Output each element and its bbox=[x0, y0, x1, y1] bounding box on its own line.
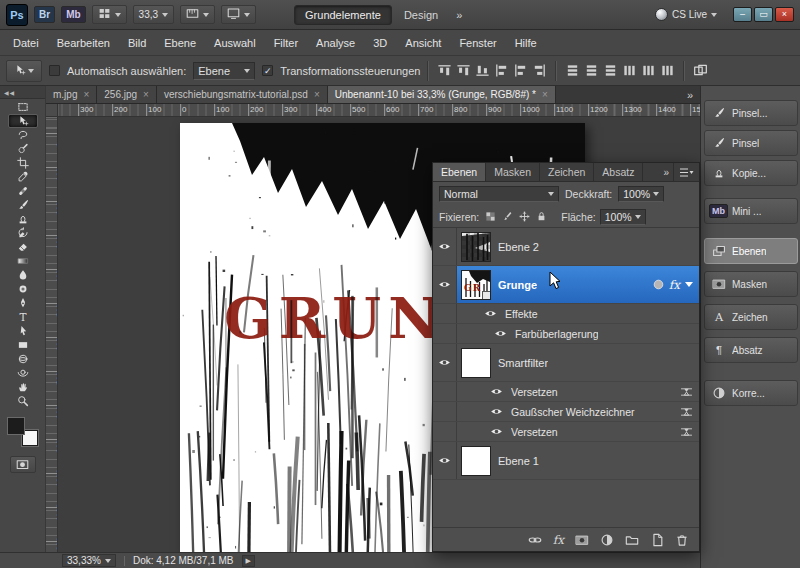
menu-fenster[interactable]: Fenster bbox=[450, 32, 505, 54]
filter-name[interactable]: Versetzen bbox=[511, 426, 558, 438]
layer-thumbnail[interactable]: GR bbox=[461, 270, 491, 300]
auto-align-layers-icon[interactable] bbox=[691, 62, 709, 79]
dock-button-mini[interactable]: MbMini ... bbox=[704, 198, 798, 224]
document-tab-256-jpg[interactable]: 256.jpg× bbox=[97, 86, 157, 103]
new-adjustment-layer-icon[interactable] bbox=[600, 533, 614, 547]
close-button[interactable]: × bbox=[775, 7, 794, 22]
visibility-toggle[interactable] bbox=[433, 442, 457, 479]
layer-row-effekte[interactable]: Effekte bbox=[433, 304, 699, 324]
dock-button-zeichen[interactable]: AZeichen bbox=[704, 304, 798, 330]
opacity-field[interactable]: 100% bbox=[618, 186, 664, 202]
layer-thumbnail[interactable] bbox=[461, 232, 491, 262]
quick-mask-button[interactable] bbox=[10, 456, 36, 473]
layer-row-ebene-2[interactable]: Ebene 2 bbox=[433, 228, 699, 266]
current-tool-button[interactable] bbox=[6, 60, 42, 82]
menu-ansicht[interactable]: Ansicht bbox=[396, 32, 450, 54]
layer-style-icon[interactable]: fx bbox=[553, 533, 564, 547]
bridge-button[interactable]: Br bbox=[34, 6, 55, 23]
layer-row-versetzen[interactable]: Versetzen bbox=[433, 382, 699, 402]
dock-button-pinsel[interactable]: Pinsel bbox=[704, 130, 798, 156]
foreground-color-swatch[interactable] bbox=[8, 418, 24, 434]
visibility-toggle[interactable] bbox=[433, 402, 457, 421]
show-transform-controls-checkbox[interactable]: ✓ bbox=[262, 65, 273, 76]
pen-tool[interactable] bbox=[8, 296, 38, 310]
layer-row-grunge[interactable]: GRGrungefx bbox=[433, 266, 699, 304]
layer-thumbnail[interactable] bbox=[461, 348, 491, 378]
brush-tool[interactable] bbox=[8, 198, 38, 212]
fill-field[interactable]: 100% bbox=[600, 209, 646, 225]
visibility-toggle[interactable] bbox=[489, 407, 504, 416]
zoom-field[interactable]: 33,33% bbox=[62, 554, 116, 567]
cs-live-button[interactable]: CS Live bbox=[651, 8, 721, 21]
spot-healing-brush-tool[interactable] bbox=[8, 184, 38, 198]
layer-row-ebene-1[interactable]: Ebene 1 bbox=[433, 442, 699, 480]
link-layers-icon[interactable] bbox=[528, 533, 542, 547]
tab-close-icon[interactable]: × bbox=[542, 89, 548, 100]
tab-close-icon[interactable]: × bbox=[314, 89, 320, 100]
align-bottom-edges-icon[interactable] bbox=[473, 62, 491, 79]
align-left-edges-icon[interactable] bbox=[492, 62, 510, 79]
filter-blend-options-icon[interactable] bbox=[680, 407, 699, 417]
layer-name[interactable]: Grunge bbox=[498, 279, 537, 291]
menu-bild[interactable]: Bild bbox=[119, 32, 155, 54]
horizontal-ruler[interactable]: 3002001000100200300400500600700800900100… bbox=[58, 104, 700, 117]
align-horizontal-centers-icon[interactable] bbox=[511, 62, 529, 79]
document-tab-verschiebungsmatrix-tutorial-psd[interactable]: verschiebungsmatrix-tutorial.psd× bbox=[157, 86, 328, 103]
gradient-tool[interactable] bbox=[8, 254, 38, 268]
layer-row-farb-berlagerung[interactable]: Farbüberlagerung bbox=[433, 324, 699, 344]
menu-auswahl[interactable]: Auswahl bbox=[205, 32, 265, 54]
align-top-edges-icon[interactable] bbox=[435, 62, 453, 79]
menu-analyse[interactable]: Analyse bbox=[307, 32, 364, 54]
rectangular-marquee-tool[interactable] bbox=[8, 100, 38, 114]
layer-name[interactable]: Smartfilter bbox=[498, 357, 548, 369]
workspace-overflow-button[interactable]: » bbox=[450, 6, 468, 24]
dock-button-absatz[interactable]: ¶Absatz bbox=[704, 337, 798, 363]
screen-mode-button[interactable] bbox=[221, 5, 256, 24]
layer-name[interactable]: Ebene 1 bbox=[498, 455, 539, 467]
move-tool[interactable] bbox=[8, 114, 38, 128]
lock-all-icon[interactable] bbox=[534, 209, 549, 224]
tabs-overflow-icon[interactable]: » bbox=[680, 86, 700, 103]
distribute-vertical-centers-icon[interactable] bbox=[582, 62, 600, 79]
collapse-effects-icon[interactable] bbox=[685, 282, 693, 287]
visibility-toggle[interactable] bbox=[493, 329, 508, 338]
visibility-toggle[interactable] bbox=[489, 387, 504, 396]
eraser-tool[interactable] bbox=[8, 240, 38, 254]
distribute-horizontal-centers-icon[interactable] bbox=[639, 62, 657, 79]
add-layer-mask-icon[interactable] bbox=[575, 533, 589, 547]
lock-pixels-icon[interactable] bbox=[500, 209, 515, 224]
layer-row-versetzen[interactable]: Versetzen bbox=[433, 422, 699, 442]
lock-transparency-icon[interactable] bbox=[483, 209, 498, 224]
visibility-toggle[interactable] bbox=[489, 427, 504, 436]
layer-row-smartfilter[interactable]: Smartfilter bbox=[433, 344, 699, 382]
crop-tool[interactable] bbox=[8, 156, 38, 170]
dock-button-korre[interactable]: Korre... bbox=[704, 380, 798, 406]
arrange-documents-button[interactable] bbox=[92, 5, 127, 24]
dock-button-pinsel[interactable]: Pinsel... bbox=[704, 100, 798, 126]
visibility-toggle[interactable] bbox=[433, 304, 457, 323]
distribute-right-edges-icon[interactable] bbox=[658, 62, 676, 79]
quick-selection-tool[interactable] bbox=[8, 142, 38, 156]
delete-layer-icon[interactable] bbox=[675, 533, 689, 547]
align-vertical-centers-icon[interactable] bbox=[454, 62, 472, 79]
panel-tab-zeichen[interactable]: Zeichen bbox=[540, 163, 594, 181]
workspace-grundelemente-button[interactable]: Grundelemente bbox=[294, 5, 392, 25]
history-brush-tool[interactable] bbox=[8, 226, 38, 240]
rectangle-tool[interactable] bbox=[8, 338, 38, 352]
visibility-toggle[interactable] bbox=[433, 422, 457, 441]
auto-select-mode-dropdown[interactable]: Ebene bbox=[193, 62, 255, 80]
menu-datei[interactable]: Datei bbox=[4, 32, 48, 54]
align-right-edges-icon[interactable] bbox=[530, 62, 548, 79]
blend-mode-dropdown[interactable]: Normal bbox=[439, 186, 559, 202]
visibility-toggle[interactable] bbox=[433, 324, 457, 343]
effect-name[interactable]: Farbüberlagerung bbox=[515, 328, 598, 340]
eyedropper-tool[interactable] bbox=[8, 170, 38, 184]
tab-close-icon[interactable]: × bbox=[143, 89, 149, 100]
menu-bearbeiten[interactable]: Bearbeiten bbox=[48, 32, 119, 54]
restore-button[interactable]: ▭ bbox=[754, 7, 773, 22]
layer-thumbnail[interactable] bbox=[461, 446, 491, 476]
panel-tab-ebenen[interactable]: Ebenen bbox=[433, 163, 486, 181]
minimize-button[interactable]: – bbox=[733, 7, 752, 22]
document-tab-m-jpg[interactable]: m.jpg× bbox=[46, 86, 97, 103]
visibility-toggle[interactable] bbox=[433, 344, 457, 381]
